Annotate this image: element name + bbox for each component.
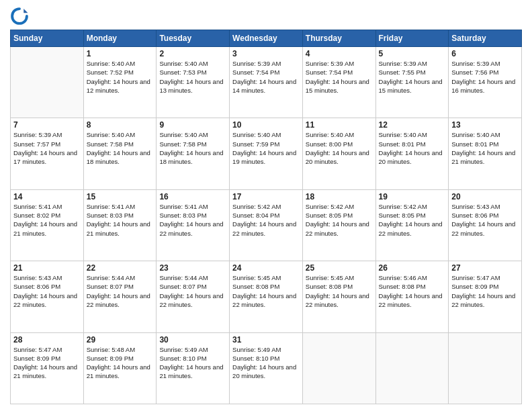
sunrise-text: Sunrise: 5:41 AM [87,202,154,211]
sunrise-text: Sunrise: 5:45 AM [232,273,300,282]
calendar-cell: 14 Sunrise: 5:41 AM Sunset: 8:02 PM Dayl… [11,189,84,261]
day-info: Sunrise: 5:42 AM Sunset: 8:05 PM Dayligh… [306,202,373,238]
sunset-text: Sunset: 8:01 PM [379,140,446,148]
week-row-4: 28 Sunrise: 5:47 AM Sunset: 8:09 PM Dayl… [11,332,522,404]
calendar-cell: 11 Sunrise: 5:40 AM Sunset: 8:00 PM Dayl… [302,118,375,189]
sunrise-text: Sunrise: 5:40 AM [87,130,154,139]
day-info: Sunrise: 5:40 AM Sunset: 7:59 PM Dayligh… [232,130,300,166]
sunset-text: Sunset: 7:59 PM [232,140,300,148]
day-number: 20 [451,192,519,201]
calendar-cell: 16 Sunrise: 5:41 AM Sunset: 8:03 PM Dayl… [157,189,230,261]
day-info: Sunrise: 5:45 AM Sunset: 8:08 PM Dayligh… [232,273,300,309]
day-info: Sunrise: 5:39 AM Sunset: 7:54 PM Dayligh… [232,59,300,95]
sunrise-text: Sunrise: 5:40 AM [306,130,373,139]
week-row-2: 14 Sunrise: 5:41 AM Sunset: 8:02 PM Dayl… [11,189,522,261]
day-info: Sunrise: 5:39 AM Sunset: 7:55 PM Dayligh… [379,59,446,95]
day-number: 26 [379,263,446,273]
day-info: Sunrise: 5:41 AM Sunset: 8:03 PM Dayligh… [87,202,154,238]
day-info: Sunrise: 5:41 AM Sunset: 8:03 PM Dayligh… [159,202,226,238]
sunrise-text: Sunrise: 5:49 AM [159,345,226,354]
sunrise-text: Sunrise: 5:40 AM [159,130,226,139]
sunrise-text: Sunrise: 5:42 AM [232,202,300,211]
day-number: 30 [159,335,226,345]
calendar-cell: 17 Sunrise: 5:42 AM Sunset: 8:04 PM Dayl… [230,189,303,261]
day-info: Sunrise: 5:42 AM Sunset: 8:04 PM Dayligh… [232,202,300,238]
sunrise-text: Sunrise: 5:48 AM [87,345,154,354]
daylight-text: Daylight: 14 hours and 13 minutes. [159,77,226,95]
daylight-text: Daylight: 14 hours and 15 minutes. [306,77,373,95]
weekday-header-friday: Friday [375,30,449,47]
logo-icon [10,7,29,26]
calendar-cell: 26 Sunrise: 5:46 AM Sunset: 8:08 PM Dayl… [375,261,449,332]
sunrise-text: Sunrise: 5:40 AM [159,59,226,68]
day-number: 10 [232,120,300,130]
calendar-cell: 15 Sunrise: 5:41 AM Sunset: 8:03 PM Dayl… [83,189,157,261]
calendar-cell: 10 Sunrise: 5:40 AM Sunset: 7:59 PM Dayl… [230,118,303,189]
daylight-text: Daylight: 14 hours and 15 minutes. [379,77,446,95]
sunrise-text: Sunrise: 5:44 AM [159,273,226,282]
sunset-text: Sunset: 8:05 PM [379,211,446,220]
daylight-text: Daylight: 14 hours and 22 minutes. [306,220,373,238]
calendar-cell: 29 Sunrise: 5:48 AM Sunset: 8:09 PM Dayl… [83,332,157,404]
day-number: 9 [159,120,226,130]
day-info: Sunrise: 5:40 AM Sunset: 7:52 PM Dayligh… [87,59,154,95]
calendar-cell [449,332,522,404]
logo [10,7,32,26]
calendar-cell [11,47,84,118]
sunrise-text: Sunrise: 5:40 AM [451,130,519,139]
day-info: Sunrise: 5:40 AM Sunset: 8:00 PM Dayligh… [306,130,373,166]
day-info: Sunrise: 5:43 AM Sunset: 8:06 PM Dayligh… [451,202,519,238]
sunset-text: Sunset: 8:10 PM [232,354,300,363]
day-info: Sunrise: 5:47 AM Sunset: 8:09 PM Dayligh… [13,345,81,381]
day-number: 31 [232,335,300,345]
sunrise-text: Sunrise: 5:41 AM [13,202,81,211]
day-number: 25 [306,263,373,273]
sunrise-text: Sunrise: 5:39 AM [451,59,519,68]
day-number: 1 [87,49,154,58]
sunset-text: Sunset: 7:58 PM [87,140,154,148]
daylight-text: Daylight: 14 hours and 18 minutes. [159,148,226,167]
sunset-text: Sunset: 8:09 PM [451,282,519,291]
sunset-text: Sunset: 8:00 PM [306,140,373,148]
calendar-cell: 20 Sunrise: 5:43 AM Sunset: 8:06 PM Dayl… [449,189,522,261]
sunrise-text: Sunrise: 5:49 AM [232,345,300,354]
day-number: 17 [232,192,300,201]
weekday-header-wednesday: Wednesday [230,30,303,47]
sunset-text: Sunset: 8:04 PM [232,211,300,220]
daylight-text: Daylight: 14 hours and 22 minutes. [159,291,226,310]
daylight-text: Daylight: 14 hours and 17 minutes. [13,148,81,167]
daylight-text: Daylight: 14 hours and 21 minutes. [451,148,519,167]
sunset-text: Sunset: 7:52 PM [87,68,154,77]
calendar-cell: 22 Sunrise: 5:44 AM Sunset: 8:07 PM Dayl… [83,261,157,332]
day-info: Sunrise: 5:40 AM Sunset: 8:01 PM Dayligh… [379,130,446,166]
day-info: Sunrise: 5:40 AM Sunset: 7:58 PM Dayligh… [87,130,154,166]
daylight-text: Daylight: 14 hours and 20 minutes. [306,148,373,167]
calendar-cell: 3 Sunrise: 5:39 AM Sunset: 7:54 PM Dayli… [230,47,303,118]
weekday-header-tuesday: Tuesday [157,30,230,47]
calendar-cell: 25 Sunrise: 5:45 AM Sunset: 8:08 PM Dayl… [302,261,375,332]
weekday-header-thursday: Thursday [302,30,375,47]
sunrise-text: Sunrise: 5:39 AM [232,59,300,68]
day-info: Sunrise: 5:40 AM Sunset: 7:53 PM Dayligh… [159,59,226,95]
daylight-text: Daylight: 14 hours and 22 minutes. [232,291,300,310]
daylight-text: Daylight: 14 hours and 18 minutes. [87,148,154,167]
day-number: 18 [306,192,373,201]
calendar-cell: 7 Sunrise: 5:39 AM Sunset: 7:57 PM Dayli… [11,118,84,189]
day-info: Sunrise: 5:44 AM Sunset: 8:07 PM Dayligh… [87,273,154,309]
sunset-text: Sunset: 8:03 PM [87,211,154,220]
day-info: Sunrise: 5:49 AM Sunset: 8:10 PM Dayligh… [232,345,300,381]
sunrise-text: Sunrise: 5:42 AM [379,202,446,211]
day-info: Sunrise: 5:48 AM Sunset: 8:09 PM Dayligh… [87,345,154,381]
daylight-text: Daylight: 14 hours and 21 minutes. [159,363,226,381]
calendar: SundayMondayTuesdayWednesdayThursdayFrid… [10,30,522,404]
daylight-text: Daylight: 14 hours and 22 minutes. [379,291,446,310]
header [10,7,522,26]
sunrise-text: Sunrise: 5:39 AM [13,130,81,139]
sunset-text: Sunset: 8:08 PM [232,282,300,291]
sunset-text: Sunset: 8:05 PM [306,211,373,220]
sunset-text: Sunset: 8:07 PM [159,282,226,291]
sunset-text: Sunset: 8:09 PM [87,354,154,363]
day-info: Sunrise: 5:41 AM Sunset: 8:02 PM Dayligh… [13,202,81,238]
day-number: 23 [159,263,226,273]
daylight-text: Daylight: 14 hours and 22 minutes. [451,291,519,310]
